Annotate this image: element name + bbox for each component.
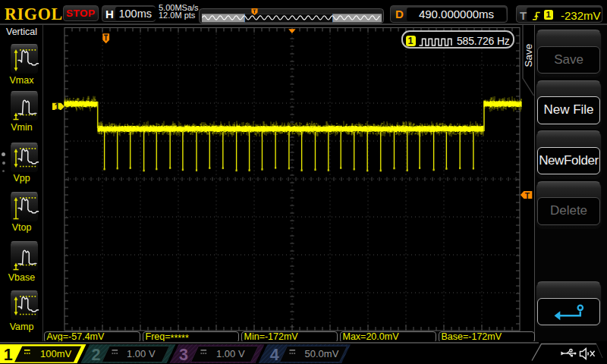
svg-text:1.00 V: 1.00 V [127, 348, 156, 359]
svg-text:3: 3 [179, 346, 188, 364]
svg-text:50.0mV: 50.0mV [305, 348, 339, 359]
svg-text:1: 1 [4, 346, 13, 364]
svg-text:T: T [525, 191, 530, 200]
svg-text:2: 2 [92, 346, 101, 364]
svg-text:1.00 V: 1.00 V [216, 348, 245, 359]
svg-text:100mV: 100mV [40, 348, 72, 359]
svg-text:4: 4 [270, 346, 279, 364]
svg-text:1: 1 [55, 102, 60, 112]
